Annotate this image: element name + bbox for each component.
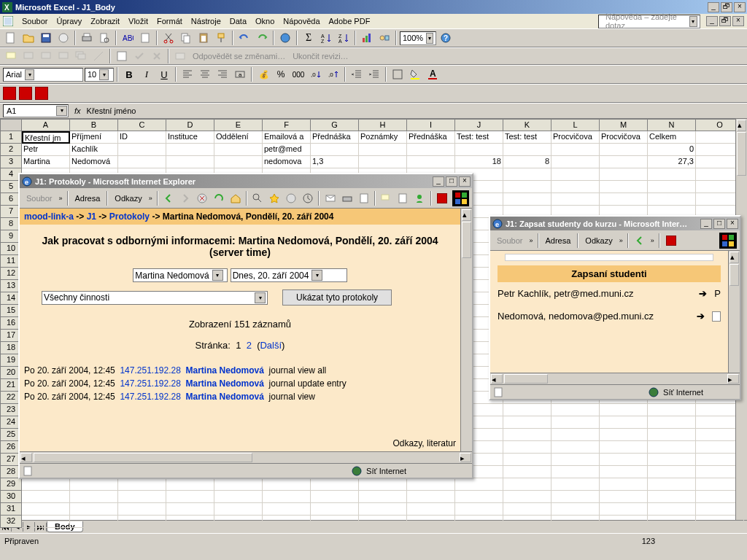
ip-link[interactable]: 147.251.192.28 — [120, 365, 180, 376]
cell[interactable] — [118, 478, 166, 491]
doc-restore-button[interactable]: 🗗 — [719, 16, 731, 26]
cell[interactable] — [311, 478, 359, 491]
cell[interactable] — [22, 516, 70, 528]
cell[interactable] — [600, 491, 648, 503]
increase-decimal-icon[interactable]: ,0 — [308, 66, 324, 82]
cell[interactable] — [503, 193, 551, 206]
maximize-button[interactable]: □ — [713, 219, 725, 229]
cell[interactable] — [503, 168, 551, 181]
col-header[interactable]: J — [455, 119, 503, 131]
col-header[interactable]: I — [407, 119, 455, 131]
cell[interactable] — [600, 181, 648, 193]
cell[interactable] — [551, 156, 600, 168]
ie-menu-odkazy[interactable]: Odkazy — [111, 192, 145, 205]
cell[interactable] — [359, 144, 407, 156]
cell[interactable] — [70, 503, 118, 516]
ink-icon[interactable] — [90, 48, 107, 64]
help-search[interactable]: Nápověda – zadejte dotaz ▾ — [598, 15, 700, 28]
cell[interactable] — [503, 478, 551, 491]
cell[interactable] — [648, 404, 696, 416]
cell[interactable] — [166, 503, 214, 516]
cell[interactable]: Procvičova — [551, 131, 600, 144]
cell[interactable] — [551, 503, 600, 516]
cell[interactable] — [551, 404, 600, 416]
ie2-titlebar[interactable]: e J1: Zapsat studenty do kurzu - Microso… — [490, 217, 740, 230]
dropdown-arrow-icon[interactable]: ▾ — [99, 69, 109, 80]
cell[interactable] — [600, 416, 648, 429]
cell[interactable]: 27,3 — [648, 156, 696, 168]
pdf-convert-review-icon[interactable] — [35, 87, 48, 100]
autosum-icon[interactable]: Σ — [301, 30, 317, 46]
ie-menu-adresa[interactable]: Adresa — [542, 234, 575, 247]
hyperlink-icon[interactable] — [277, 30, 293, 46]
cell[interactable] — [22, 503, 70, 516]
cell[interactable] — [551, 168, 600, 181]
ip-link[interactable]: 147.251.192.28 — [120, 392, 180, 402]
col-header[interactable]: K — [503, 119, 551, 131]
cell[interactable]: Test: test — [455, 131, 503, 144]
menu-vlozit[interactable]: Vložit — [124, 15, 152, 27]
cell[interactable] — [503, 503, 551, 516]
accept-change-icon[interactable] — [131, 48, 147, 64]
row-header[interactable]: 3 — [0, 156, 22, 168]
cell[interactable] — [359, 156, 407, 168]
dropdown-arrow-icon[interactable]: ▾ — [25, 69, 34, 80]
cell[interactable] — [648, 441, 696, 454]
cell[interactable] — [359, 516, 407, 528]
cell[interactable] — [22, 478, 70, 491]
edit-icon[interactable] — [356, 190, 371, 206]
cell[interactable] — [503, 416, 551, 429]
menu-data[interactable]: Data — [225, 15, 251, 27]
breadcrumb-link[interactable]: Protokoly — [109, 211, 150, 222]
cell[interactable] — [551, 429, 600, 441]
open-icon[interactable] — [20, 30, 36, 46]
cell[interactable] — [263, 503, 311, 516]
user-link[interactable]: Martina Nedomová — [186, 365, 264, 376]
cell[interactable] — [22, 491, 70, 503]
breadcrumb-link[interactable]: J1 — [87, 211, 96, 222]
permission-icon[interactable] — [55, 30, 71, 46]
vertical-scrollbar[interactable]: ▴ — [460, 209, 472, 451]
cell[interactable] — [600, 516, 648, 528]
bold-icon[interactable]: B — [121, 66, 137, 82]
dropdown-arrow-icon[interactable]: ▾ — [689, 16, 697, 27]
dropdown-arrow-icon[interactable]: ▾ — [212, 270, 223, 281]
cell[interactable] — [214, 156, 263, 168]
borders-icon[interactable] — [390, 66, 406, 82]
save-icon[interactable] — [38, 30, 54, 46]
print-preview-icon[interactable] — [96, 30, 112, 46]
cell[interactable] — [503, 441, 551, 454]
cell[interactable] — [551, 144, 600, 156]
history-icon[interactable] — [301, 190, 316, 206]
menu-soubor[interactable]: Soubor — [18, 15, 52, 27]
cell[interactable] — [407, 516, 455, 528]
dropdown-arrow-icon[interactable]: ▾ — [426, 33, 433, 44]
close-button[interactable]: × — [734, 2, 746, 12]
activity-select[interactable]: Všechny činnosti▾ — [42, 291, 268, 305]
cell[interactable] — [600, 503, 648, 516]
formula-value[interactable]: Křestní jméno — [87, 106, 136, 115]
messenger-icon[interactable] — [412, 190, 427, 206]
show-logs-button[interactable]: Ukázat tyto protokoly — [282, 289, 392, 306]
col-header[interactable]: H — [359, 119, 407, 131]
minimize-button[interactable]: _ — [708, 2, 719, 12]
cell[interactable] — [648, 516, 696, 528]
cell[interactable] — [503, 516, 551, 528]
cell[interactable] — [118, 144, 166, 156]
mail-icon[interactable] — [322, 190, 338, 206]
ie-menu-adresa[interactable]: Adresa — [71, 192, 104, 205]
col-header[interactable]: F — [263, 119, 311, 131]
cell[interactable]: 0 — [648, 144, 696, 156]
arrow-right-icon[interactable]: ➔ — [697, 311, 705, 322]
copy-icon[interactable] — [178, 30, 194, 46]
minimize-button[interactable]: _ — [700, 219, 712, 229]
home-icon[interactable] — [228, 190, 243, 206]
cell[interactable] — [455, 516, 503, 528]
row-header[interactable]: 1 — [0, 131, 22, 144]
cell[interactable] — [503, 181, 551, 193]
decrease-indent-icon[interactable] — [349, 66, 365, 82]
cell[interactable]: Instituce — [166, 131, 214, 144]
select-all-corner[interactable] — [0, 119, 22, 131]
col-header[interactable]: E — [214, 119, 263, 131]
col-header[interactable]: A — [22, 119, 70, 131]
